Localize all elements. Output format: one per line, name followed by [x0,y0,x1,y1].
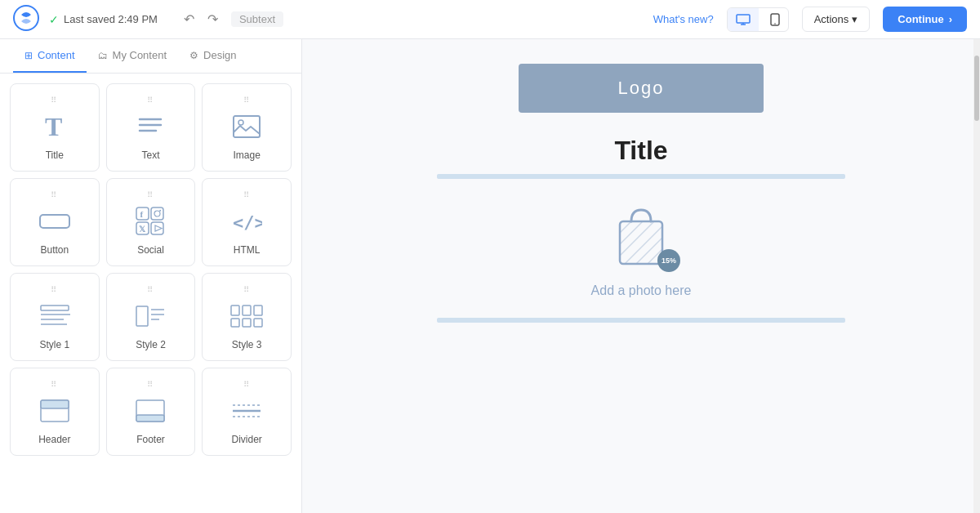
style2-icon [135,300,166,332]
svg-point-17 [160,210,162,212]
drag-handle: ⠿ [243,97,251,104]
svg-rect-33 [254,306,262,315]
whats-new-link[interactable]: What's new? [653,13,714,25]
sidebar-item-html[interactable]: ⠿ </> HTML [202,178,292,266]
button-label: Button [40,244,69,256]
svg-point-0 [14,6,38,30]
style1-label: Style 1 [39,339,69,350]
add-photo-label: Add a photo here [591,283,692,298]
sidebar-item-style3[interactable]: ⠿ Style 3 [202,273,292,361]
text-icon [136,110,164,143]
drag-handle: ⠿ [147,97,154,104]
image-label: Image [233,149,260,161]
sidebar-item-header[interactable]: ⠿ Header [10,368,100,456]
footer-label: Footer [136,434,165,445]
tab-content[interactable]: ⊞ Content [13,39,87,73]
canvas-content: Logo Title [396,64,886,488]
svg-rect-36 [254,319,262,327]
footer-icon [135,395,166,427]
sidebar-item-divider[interactable]: ⠿ Divider [202,368,292,456]
drag-handle: ⠿ [243,287,251,293]
sidebar-item-style2[interactable]: ⠿ Style 2 [106,273,196,361]
actions-button[interactable]: Actions ▾ [802,7,871,32]
svg-rect-32 [243,306,251,315]
brand-label: Subtext [231,11,283,27]
sidebar-item-footer[interactable]: ⠿ Footer [106,368,196,456]
svg-rect-27 [136,306,148,326]
svg-text:f: f [140,209,144,219]
drag-handle: ⠿ [243,192,251,199]
divider-icon [231,395,262,427]
svg-rect-40 [136,415,164,422]
svg-text:</>: </> [233,212,262,233]
svg-rect-35 [243,319,251,327]
canvas-panel: Logo Title [302,39,980,513]
scrollbar[interactable] [973,39,980,513]
svg-text:𝕏: 𝕏 [139,225,146,234]
social-icon: f 𝕏 [136,205,165,238]
svg-point-5 [774,23,776,25]
topbar: ✓ Last saved 2:49 PM ↶ ↷ Subtext What's … [0,0,980,39]
svg-rect-44 [620,221,662,264]
gear-icon: ⚙ [189,50,198,61]
sidebar-item-title[interactable]: ⠿ T Title [10,83,100,172]
svg-line-46 [620,221,643,244]
image-icon [232,110,261,143]
svg-point-11 [238,120,243,125]
svg-point-16 [154,211,160,216]
title-label: Title [46,149,64,161]
discount-badge: 15% [657,249,680,272]
style2-label: Style 2 [136,339,166,350]
button-icon [38,205,71,238]
html-icon: </> [231,205,262,238]
svg-rect-34 [231,319,239,327]
undo-button[interactable]: ↶ [180,8,198,30]
check-icon: ✓ [49,13,59,26]
divider-label: Divider [231,434,261,445]
svg-rect-1 [737,15,750,23]
tab-design[interactable]: ⚙ Design [178,39,247,73]
sidebar-item-text[interactable]: ⠿ Text [106,83,196,172]
header-icon [39,395,70,427]
svg-line-45 [620,221,631,233]
drag-handle: ⠿ [51,287,58,293]
photo-block: 15% Add a photo here [591,199,692,298]
app-logo [13,5,39,34]
title-icon: T [42,110,68,143]
history-controls: ↶ ↷ [180,8,221,30]
sidebar-tabs: ⊞ Content 🗂 My Content ⚙ Design [0,39,301,74]
content-grid: ⠿ T Title ⠿ Text [0,74,301,466]
svg-rect-23 [41,306,69,310]
tab-my-content[interactable]: 🗂 My Content [87,39,178,73]
drag-handle: ⠿ [147,381,154,388]
sidebar-item-image[interactable]: ⠿ Image [202,83,292,172]
sidebar-item-button[interactable]: ⠿ Button [10,178,100,266]
header-label: Header [38,434,70,445]
style1-icon [39,300,70,332]
grid-icon: ⊞ [24,50,33,61]
bag-wrap: 15% [608,199,674,274]
svg-rect-15 [151,207,163,220]
svg-marker-21 [155,225,162,231]
mobile-view-button[interactable] [762,8,788,31]
sidebar-item-style1[interactable]: ⠿ Style 1 [10,273,100,361]
text-label: Text [141,149,159,161]
canvas-title: Title [614,136,667,166]
drag-handle: ⠿ [51,97,58,104]
svg-rect-10 [234,116,260,137]
continue-button[interactable]: Continue › [883,7,967,32]
canvas-divider-bottom [437,318,845,323]
chevron-down-icon: ▾ [852,13,858,25]
scrollbar-thumb[interactable] [974,56,979,121]
left-panel: ⊞ Content 🗂 My Content ⚙ Design ⠿ T Titl… [0,39,302,513]
drag-handle: ⠿ [51,192,58,199]
topbar-right: What's new? Actions ▾ Continue › [653,7,967,32]
sidebar-item-social[interactable]: ⠿ f 𝕏 [106,178,196,266]
desktop-view-button[interactable] [728,8,759,31]
save-status: ✓ Last saved 2:49 PM [49,13,158,26]
redo-button[interactable]: ↷ [204,8,221,30]
logo-block: Logo [519,64,764,113]
drag-handle: ⠿ [147,192,154,199]
folder-icon: 🗂 [98,50,108,61]
svg-rect-12 [40,215,69,228]
